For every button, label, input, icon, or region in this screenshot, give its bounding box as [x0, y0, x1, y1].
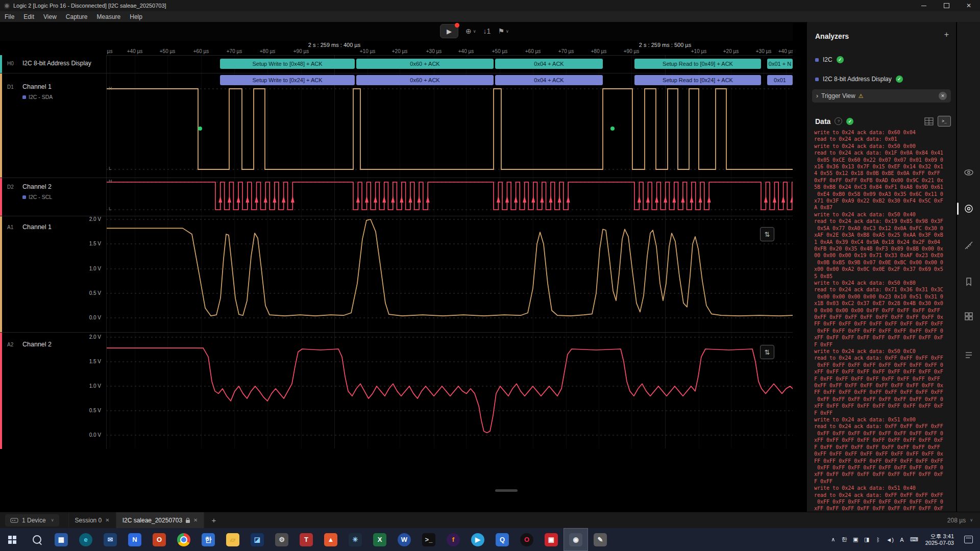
voltage-label: 1.0 V — [61, 383, 101, 389]
bluetooth-icon[interactable]: ᛒ — [875, 537, 881, 543]
hangul-app-icon[interactable]: 한 — [196, 528, 220, 551]
opera-browser-icon[interactable]: O — [514, 528, 539, 551]
data-log-line: 0xFF 0xFF 0xFF 0xFF 0xFF 0xFF 0xFF 0xFF … — [814, 464, 954, 471]
taskbar-clock[interactable]: 오후 3:412025-07-03 — [925, 533, 954, 546]
annotations-eye-icon[interactable] — [957, 165, 980, 180]
channel-badge: H0 — [7, 61, 14, 66]
annotation-flag-button[interactable]: ⚑ ∨ — [498, 27, 508, 35]
edge-browser-icon[interactable]: e — [74, 528, 98, 551]
snowflake-app-icon[interactable]: ✳ — [343, 528, 368, 551]
menu-edit[interactable]: Edit — [19, 11, 39, 22]
task-view-app-icon[interactable]: ▦ — [49, 528, 74, 551]
telegram-app-icon[interactable]: ▶ — [465, 528, 490, 551]
start-button[interactable] — [0, 528, 24, 551]
terminal-app-icon[interactable]: >_ — [416, 528, 441, 551]
excel-app-icon[interactable]: X — [368, 528, 392, 551]
d2-waveform[interactable]: H L — [106, 178, 793, 216]
horizontal-scrollbar[interactable] — [495, 489, 518, 492]
table-view-icon[interactable] — [924, 117, 934, 126]
maximize-button[interactable] — [935, 0, 958, 11]
zoom-duration-selector[interactable]: 208 µs ∨ — [947, 517, 973, 524]
measurements-icon[interactable] — [957, 238, 980, 253]
close-tab-icon[interactable]: ✕ — [193, 517, 198, 523]
tab-session-0[interactable]: Session 0 ✕ — [68, 512, 116, 528]
file-explorer-icon[interactable]: ▱ — [220, 528, 245, 551]
layout-grid-icon[interactable] — [957, 309, 980, 324]
close-button[interactable]: ✕ — [958, 0, 980, 11]
voltage-label: 0.0 V — [61, 315, 101, 320]
d1-waveform[interactable]: Setup Write to [0x24] + ACK0x60 + ACK0x0… — [106, 73, 793, 178]
language-icon[interactable]: A — [899, 537, 905, 543]
menu-capture[interactable]: Capture — [61, 11, 92, 22]
timeline-tick-label: +50 µs — [160, 48, 176, 54]
data-log-line: 0x0B 0xB5 0x9B 0x07 0x0E 0xBC 0x00 0x00 … — [814, 259, 954, 266]
editor-app-icon[interactable]: T — [294, 528, 318, 551]
side-icon-strip — [957, 22, 980, 512]
utility-app-icon[interactable]: ▲ — [318, 528, 343, 551]
timing-marker-button[interactable]: ↓1 — [483, 27, 491, 35]
i2c-data-log[interactable]: write to 0x24 ack data: 0x60 0x04read to… — [814, 129, 954, 512]
data-log-line: write to 0x24 ack data: 0x50 0x80 — [814, 280, 954, 286]
notification-center-icon[interactable] — [964, 536, 973, 543]
session-tab-bar: 1 Device ∨ Session 0 ✕ I2C saleae_202507… — [0, 512, 980, 528]
pen-app-icon[interactable]: ✎ — [588, 528, 612, 551]
analog-scale-button[interactable]: ⇅ — [760, 345, 774, 359]
tray-expand-icon[interactable]: ∧ — [830, 536, 836, 543]
camera-app-icon[interactable]: ◉ — [564, 528, 588, 551]
tab-i2c-saleae-20250703[interactable]: I2C saleae_20250703 ✕ — [116, 512, 205, 528]
device-icon — [10, 517, 18, 523]
warning-icon: ⚠ — [859, 93, 864, 99]
data-log-line: 0xFF 0xFF 0xFF 0xFB 0xAD 0x00 0x9C 0x21 … — [814, 177, 954, 184]
menu-bar: FileEditViewCaptureMeasureHelp — [0, 11, 980, 22]
camera-app-tile: ◉ — [569, 533, 582, 546]
search-tool-icon[interactable]: Q — [490, 528, 514, 551]
mail-app-icon[interactable]: ✉ — [98, 528, 122, 551]
analyzer-item-i2c-8bit[interactable]: I2C 8-bit Address Display✓ — [815, 74, 951, 84]
analyzer-item-i2c[interactable]: I2C✓ — [815, 55, 951, 65]
row-digital-channel-1: Setup Write to [0x24] + ACK0x60 + ACK0x0… — [0, 73, 793, 178]
taskbar-search-button[interactable] — [24, 528, 49, 551]
analyzers-panel-icon[interactable] — [957, 201, 980, 216]
capture-tray-icon[interactable]: ▣ — [852, 536, 859, 543]
a1-waveform[interactable]: ⇅ — [106, 216, 793, 333]
timeline-tick-label: +90 µs — [624, 48, 640, 54]
data-log-line: write to 0x24 ack data: 0x60 0x04 — [814, 129, 954, 136]
ime-korean-icon[interactable]: 한 — [841, 536, 847, 543]
settings-app-icon[interactable]: ⚙ — [270, 528, 294, 551]
timeline-ruler[interactable]: 2 s : 259 ms : 400 µs2 s : 259 ms : 500 … — [0, 41, 793, 56]
minimize-button[interactable] — [913, 0, 935, 11]
menu-file[interactable]: File — [0, 11, 19, 22]
new-tab-button[interactable]: + — [211, 516, 216, 524]
high-level-label: H — [109, 179, 112, 184]
pen-app-tile: ✎ — [594, 533, 607, 546]
volume-icon[interactable]: ◄) — [886, 537, 894, 543]
add-analyzer-button[interactable]: + — [944, 30, 949, 39]
dismiss-trigger-button[interactable]: ✕ — [939, 92, 947, 100]
keyboard-icon[interactable]: ⌨ — [910, 536, 918, 543]
firefox-browser-icon[interactable]: f — [441, 528, 465, 551]
display-tray-icon[interactable]: ◨ — [864, 536, 870, 543]
whale-browser-icon[interactable]: W — [392, 528, 416, 551]
start-capture-button[interactable]: ▶ — [440, 24, 458, 38]
trigger-view-bar[interactable]: › Trigger View ⚠ ✕ — [812, 89, 951, 103]
capture-mode-button[interactable]: ⊕ ∨ — [465, 27, 476, 35]
red-app-icon[interactable]: ▣ — [539, 528, 564, 551]
device-selector[interactable]: 1 Device ∨ — [5, 514, 59, 527]
menu-help[interactable]: Help — [125, 11, 147, 22]
analyzers-title: Analyzers — [815, 32, 849, 40]
naver-app-icon[interactable]: N — [122, 528, 147, 551]
chrome-browser-icon[interactable] — [172, 528, 196, 551]
analog-scale-button[interactable]: ⇅ — [760, 227, 774, 241]
notes-icon[interactable] — [957, 347, 980, 363]
h0-annotation-track[interactable]: Setup Write to [0x48] + ACK0x60 + ACK0x0… — [106, 55, 793, 73]
timeline-tick-label: +50 µs — [492, 48, 508, 54]
terminal-view-icon[interactable]: >_ — [938, 116, 951, 127]
office-app-icon[interactable]: O — [147, 528, 172, 551]
help-icon[interactable]: ? — [835, 117, 842, 125]
menu-view[interactable]: View — [39, 11, 61, 22]
a2-waveform[interactable]: ⇅ — [106, 333, 793, 449]
menu-measure[interactable]: Measure — [92, 11, 126, 22]
bookmarks-icon[interactable] — [957, 274, 980, 289]
photos-app-icon[interactable]: ◪ — [245, 528, 270, 551]
close-tab-icon[interactable]: ✕ — [105, 517, 109, 523]
